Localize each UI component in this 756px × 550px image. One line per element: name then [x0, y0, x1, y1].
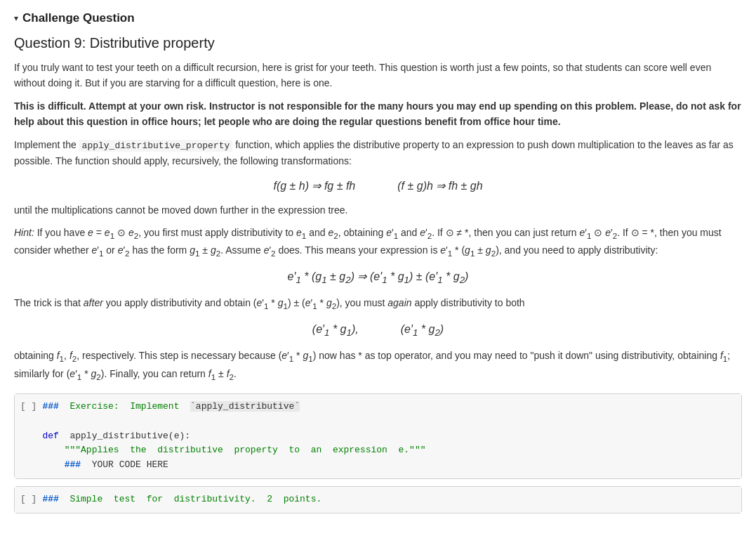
code-cell-2[interactable]: [ ] ### Simple test for distributivity. … — [14, 486, 742, 513]
obtaining-paragraph: obtaining f1, f2, respectively. This ste… — [14, 348, 742, 384]
para3-code: apply_distributive_property — [79, 140, 233, 152]
para3: Implement the apply_distributive_propert… — [14, 137, 742, 169]
func-name: apply_distributive — [69, 431, 168, 441]
code-area-2[interactable]: ### Simple test for distributivity. 2 po… — [42, 492, 736, 507]
para2-bold: This is difficult. Attempt at your own r… — [14, 98, 742, 130]
para1: If you truly want to test your teeth on … — [14, 60, 742, 91]
cell-1-bracket: [ ] — [20, 400, 37, 412]
para4: until the multiplications cannot be move… — [14, 202, 742, 218]
math3-right: (e′1 * g2) — [401, 323, 444, 338]
math-block-3: (e′1 * g1), (e′1 * g2) — [14, 323, 742, 338]
math3-left: (e′1 * g1), — [312, 323, 359, 338]
docstring: """Applies the distributive property to … — [65, 445, 426, 455]
question-title: Question 9: Distributive property — [14, 35, 742, 51]
hint-label: Hint: — [14, 227, 34, 238]
math-block-1: f(g ± h) ⇒ fg ± fh (f ± g)h ⇒ fh ± gh — [14, 179, 742, 192]
code-cell-2-header: [ ] ### Simple test for distributivity. … — [15, 487, 741, 513]
code-cell-1[interactable]: [ ] ### Exercise: Implement `apply_distr… — [14, 393, 742, 479]
def-keyword: def — [42, 431, 58, 441]
hash-todo: ### — [65, 459, 81, 470]
math1-right: (f ± g)h ⇒ fh ± gh — [397, 179, 482, 192]
simple-test-comment: Simple test for distributivity. 2 points… — [59, 494, 321, 504]
toggle-arrow[interactable]: ▾ — [14, 13, 18, 23]
your-code-here: YOUR CODE HERE — [81, 459, 168, 470]
hash-comment-1: ### — [42, 401, 58, 412]
section-header: ▾ Challenge Question — [14, 11, 742, 25]
hash-simple: ### — [42, 494, 58, 504]
main-container: ▾ Challenge Question Question 9: Distrib… — [0, 0, 756, 513]
exercise-comment: Exercise: Implement — [59, 401, 190, 412]
hint-paragraph: Hint: If you have e = e1 ⊙ e2, you first… — [14, 225, 742, 260]
trick-paragraph: The trick is that after you apply distri… — [14, 295, 742, 313]
section-title: Challenge Question — [22, 11, 135, 25]
backtick-name: `apply_distributive` — [190, 401, 300, 412]
math-block-2: e′1 * (g1 ± g2) ⇒ (e′1 * g1) ± (e′1 * g2… — [14, 270, 742, 285]
code-area-1[interactable]: ### Exercise: Implement `apply_distribut… — [42, 400, 736, 473]
math1-left: f(g ± h) ⇒ fg ± fh — [273, 179, 355, 192]
cell-2-bracket: [ ] — [20, 492, 37, 504]
code-cell-1-header: [ ] ### Exercise: Implement `apply_distr… — [15, 394, 741, 478]
func-params: (e): — [168, 431, 190, 441]
para3-prefix: Implement the — [14, 139, 79, 150]
